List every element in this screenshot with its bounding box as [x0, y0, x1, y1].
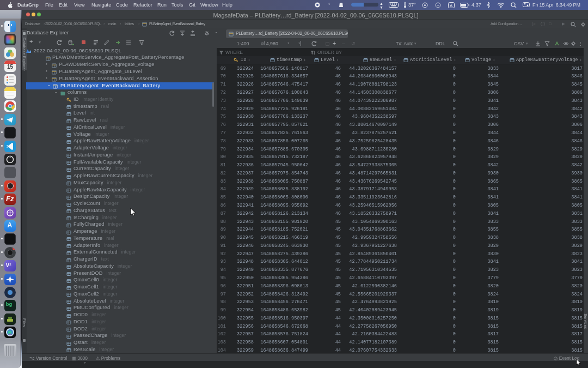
svg-text:A: A — [450, 3, 453, 8]
